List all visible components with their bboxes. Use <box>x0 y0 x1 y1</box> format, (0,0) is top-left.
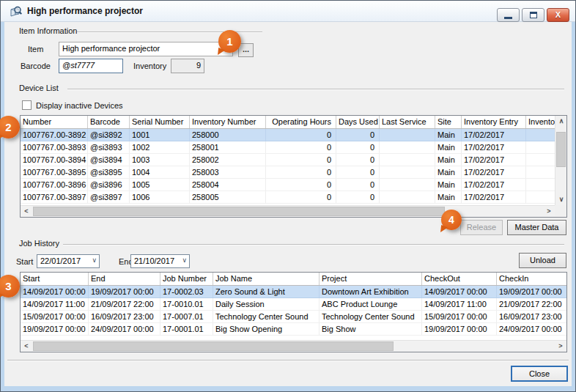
table-cell: 17-0002.03 <box>160 286 213 297</box>
column-header[interactable]: Last Service <box>380 116 435 128</box>
scroll-left-icon[interactable]: < <box>21 341 32 352</box>
device-table-horizontal-scrollbar[interactable]: < > <box>21 205 555 217</box>
column-header[interactable]: Inventory Entry <box>462 116 526 128</box>
table-cell: Big Show Opening <box>213 323 320 335</box>
table-row[interactable]: 14/09/2017 11:0021/09/2017 22:0017-0010.… <box>21 298 566 311</box>
chevron-down-icon[interactable]: ∨ <box>182 256 187 264</box>
table-cell: 17/02/2017 <box>462 154 526 166</box>
table-row[interactable]: 1007767.00-3892@si3892100125800000Main17… <box>21 129 555 141</box>
column-header[interactable]: Serial Number <box>130 116 190 128</box>
vertical-scroll-thumb[interactable] <box>556 132 566 167</box>
table-cell: 1004 <box>130 166 190 178</box>
table-cell: 258003 <box>190 166 266 178</box>
column-header[interactable]: Start <box>21 273 89 285</box>
table-row[interactable]: 1007767.00-3893@si3893100225800100Main17… <box>21 141 555 154</box>
table-cell: @si3892 <box>88 129 130 141</box>
scroll-up-icon[interactable]: ∧ <box>555 116 567 127</box>
horizontal-scroll-thumb[interactable] <box>33 341 394 351</box>
column-header[interactable]: End <box>89 273 160 285</box>
column-header[interactable]: Job Name <box>213 273 320 285</box>
title-bar[interactable]: High performance projector X <box>1 1 575 22</box>
barcode-input[interactable]: @st7777 <box>59 59 123 73</box>
column-header[interactable]: Site <box>435 116 462 128</box>
table-cell: @si3894 <box>88 154 130 166</box>
start-date-combobox[interactable]: 22/01/2017 ∨ <box>37 254 100 268</box>
item-input[interactable]: High performance projector <box>59 42 233 56</box>
column-header[interactable]: Number <box>21 116 88 128</box>
table-cell <box>526 166 555 178</box>
table-cell: 1005 <box>130 179 190 191</box>
table-cell: 258005 <box>190 191 266 203</box>
table-cell: 1001 <box>130 129 190 141</box>
table-cell <box>380 191 435 203</box>
dialog-client-area: Item Information Item High performance p… <box>4 22 572 386</box>
column-header[interactable]: Project <box>320 273 422 285</box>
table-row[interactable]: 19/09/2017 00:0024/09/2017 00:0017-0001.… <box>21 323 566 336</box>
table-cell <box>380 129 435 141</box>
job-table-horizontal-scrollbar[interactable]: < > <box>21 340 566 352</box>
device-table-vertical-scrollbar[interactable]: ∧ ∨ <box>555 116 566 205</box>
table-cell: 258000 <box>190 129 266 141</box>
chevron-down-icon[interactable]: ∨ <box>92 256 97 264</box>
table-cell: 1007767.00-3894 <box>21 154 88 166</box>
scroll-right-icon[interactable]: > <box>555 341 566 352</box>
table-cell: 16/09/2017 23:00 <box>89 311 160 322</box>
scroll-left-icon[interactable]: < <box>21 206 32 217</box>
scroll-right-icon[interactable]: > <box>543 206 555 217</box>
job-history-table: StartEndJob NumberJob NameProjectCheckOu… <box>20 272 567 352</box>
table-cell: 0 <box>266 191 336 203</box>
horizontal-scroll-thumb[interactable] <box>33 207 445 216</box>
table-cell: 0 <box>266 154 336 166</box>
column-header[interactable]: Days Used <box>336 116 380 128</box>
table-cell <box>526 154 555 166</box>
table-cell: 0 <box>266 141 336 153</box>
barcode-label: Barcode <box>21 62 51 70</box>
table-row[interactable]: 1007767.00-3894@si3894100325800200Main17… <box>21 154 555 166</box>
device-table-body: 1007767.00-3892@si3892100125800000Main17… <box>21 129 555 204</box>
minimize-button[interactable] <box>497 8 520 22</box>
end-date-combobox[interactable]: 21/10/2017 ∨ <box>130 254 190 268</box>
table-cell: Main <box>435 141 462 153</box>
table-cell: 1006 <box>130 191 190 203</box>
table-row[interactable]: 15/09/2017 00:0016/09/2017 23:0017-0007.… <box>21 311 566 323</box>
table-row[interactable]: 1007767.00-3895@si3895100425800300Main17… <box>21 166 555 179</box>
column-header[interactable]: CheckOut <box>422 273 497 285</box>
column-header[interactable]: Job Number <box>160 273 213 285</box>
callout-badge-1: 1 <box>218 30 241 53</box>
table-cell: 19/09/2017 00:00 <box>21 323 89 335</box>
release-button[interactable]: Release <box>460 220 503 235</box>
table-cell <box>526 141 555 153</box>
master-data-button[interactable]: Master Data <box>507 220 566 235</box>
column-header[interactable]: Inventory Number <box>190 116 266 128</box>
table-row[interactable]: 1007767.00-3896@si3896100525800400Main17… <box>21 179 555 191</box>
table-cell: Daily Session <box>213 298 320 310</box>
table-cell: Technology Center Sound <box>213 311 320 322</box>
table-cell: 17-0007.01 <box>160 311 213 322</box>
table-cell: Big Show <box>320 323 422 335</box>
table-cell: 16/09/2017 23:00 <box>497 311 566 322</box>
maximize-button[interactable] <box>522 8 544 22</box>
table-cell <box>526 191 555 203</box>
close-window-button[interactable]: X <box>547 8 569 22</box>
column-header[interactable]: Operating Hours <box>266 116 336 128</box>
table-cell: 17/02/2017 <box>462 179 526 191</box>
column-header[interactable]: Invento <box>526 116 555 128</box>
unload-button[interactable]: Unload <box>519 253 566 268</box>
display-inactive-devices-checkbox[interactable] <box>22 100 32 110</box>
close-button[interactable]: Close <box>511 366 568 382</box>
job-table-body: 14/09/2017 00:0019/09/2017 00:0017-0002.… <box>21 286 566 336</box>
table-cell: @si3897 <box>88 191 130 203</box>
table-cell: 0 <box>336 191 380 203</box>
table-cell: 24/09/2017 00:00 <box>89 323 160 335</box>
table-cell: 1007767.00-3893 <box>21 141 88 153</box>
table-cell: 0 <box>336 154 380 166</box>
group-divider <box>63 244 564 245</box>
column-header[interactable]: Barcode <box>88 116 130 128</box>
table-cell <box>380 166 435 178</box>
table-row[interactable]: 14/09/2017 00:0019/09/2017 00:0017-0002.… <box>21 286 566 298</box>
scroll-down-icon[interactable]: ∨ <box>555 194 567 205</box>
table-row[interactable]: 1007767.00-3897@si3897100625800500Main17… <box>21 191 555 204</box>
column-header[interactable]: CheckIn <box>497 273 566 285</box>
table-cell: 0 <box>336 179 380 191</box>
browse-item-button[interactable]: ... <box>238 43 254 57</box>
